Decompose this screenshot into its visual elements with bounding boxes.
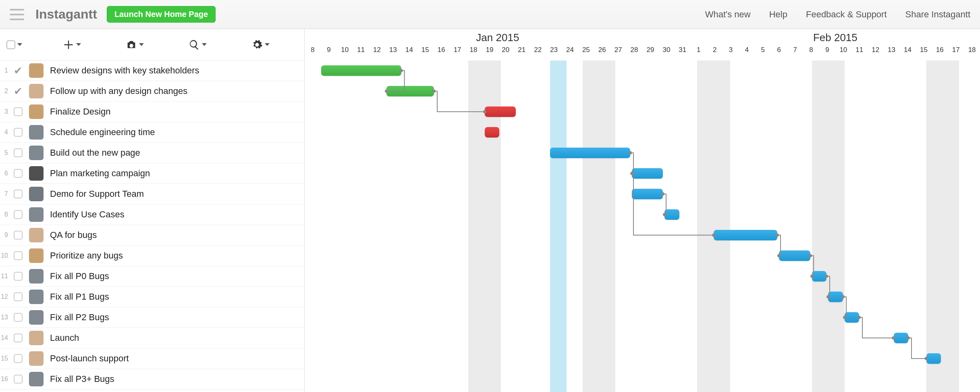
- nav-feedback[interactable]: Feedback & Support: [806, 9, 887, 20]
- assignee-avatar[interactable]: [29, 166, 44, 181]
- task-check[interactable]: ✔: [10, 65, 27, 77]
- task-row[interactable]: 8Identify Use Cases: [0, 204, 304, 225]
- task-row[interactable]: 12Fix all P1 Bugs: [0, 287, 304, 307]
- assignee-avatar[interactable]: [29, 310, 44, 325]
- day-label: 22: [530, 46, 546, 60]
- gantt-bar[interactable]: [485, 106, 516, 117]
- task-check[interactable]: [10, 107, 27, 116]
- task-row[interactable]: 3Finalize Design: [0, 102, 304, 122]
- assignee-avatar[interactable]: [29, 187, 44, 201]
- task-check[interactable]: [10, 354, 27, 363]
- zoom-button[interactable]: [189, 39, 207, 50]
- task-name: Plan marketing campaign: [46, 168, 150, 179]
- day-label: 21: [514, 46, 530, 60]
- task-check[interactable]: [10, 272, 27, 281]
- assignee-avatar[interactable]: [29, 372, 44, 386]
- gantt-bar[interactable]: [321, 65, 401, 76]
- task-name: Review designs with key stakeholders: [46, 65, 199, 76]
- task-check[interactable]: [10, 148, 27, 157]
- task-row[interactable]: 6Plan marketing campaign: [0, 163, 304, 184]
- assignee-avatar[interactable]: [29, 104, 44, 119]
- assignee-avatar[interactable]: [29, 207, 44, 222]
- gantt-bar[interactable]: [828, 292, 843, 302]
- gantt-bar[interactable]: [485, 127, 500, 138]
- hamburger-icon[interactable]: [10, 9, 24, 20]
- assignee-avatar[interactable]: [29, 269, 44, 284]
- nav-share[interactable]: Share Instagantt: [905, 9, 970, 20]
- task-check[interactable]: [10, 334, 27, 342]
- snapshot-button[interactable]: [126, 39, 144, 50]
- assignee-avatar[interactable]: [29, 125, 44, 140]
- select-all[interactable]: [0, 40, 28, 49]
- gantt-bar[interactable]: [632, 168, 663, 179]
- task-row[interactable]: 15Post-launch support: [0, 348, 304, 369]
- day-label: 10: [835, 46, 851, 60]
- assignee-avatar[interactable]: [29, 248, 44, 263]
- add-button[interactable]: [63, 39, 81, 50]
- gantt-bar[interactable]: [779, 250, 810, 261]
- day-label: 12: [369, 46, 385, 60]
- task-row[interactable]: 16Fix all P3+ Bugs: [0, 369, 304, 390]
- gantt-bar[interactable]: [926, 353, 941, 364]
- task-name: Demo for Support Team: [46, 189, 144, 199]
- nav-whats-new[interactable]: What's new: [705, 9, 751, 20]
- day-label: 16: [932, 46, 948, 60]
- task-row[interactable]: 5Build out the new page: [0, 143, 304, 163]
- task-name: Post-launch support: [46, 353, 129, 364]
- task-row[interactable]: 13Fix all P2 Bugs: [0, 307, 304, 328]
- gantt-bar[interactable]: [845, 312, 860, 323]
- assignee-avatar[interactable]: [29, 351, 44, 366]
- assignee-avatar[interactable]: [29, 331, 44, 345]
- task-row[interactable]: 11Fix all P0 Bugs: [0, 266, 304, 287]
- assignee-avatar[interactable]: [29, 63, 44, 78]
- day-label: 15: [916, 46, 932, 60]
- timeline-header: Jan 2015Feb 2015 89101112131415161718192…: [305, 29, 980, 60]
- dependency-arrow: [857, 315, 899, 340]
- task-name: Follow up with any design changes: [46, 86, 187, 96]
- day-label: 19: [482, 46, 498, 60]
- day-label: 3: [723, 46, 739, 60]
- task-row[interactable]: 7Demo for Support Team: [0, 184, 304, 204]
- task-row[interactable]: 4Schedule engineering time: [0, 122, 304, 143]
- day-label: 20: [498, 46, 514, 60]
- task-check[interactable]: ✔: [10, 85, 27, 98]
- day-label: 17: [948, 46, 964, 60]
- gantt-bar[interactable]: [812, 271, 827, 281]
- task-check[interactable]: [10, 231, 27, 240]
- task-check[interactable]: [10, 210, 27, 219]
- day-label: 9: [321, 46, 337, 60]
- assignee-avatar[interactable]: [29, 146, 44, 160]
- task-toolbar: [0, 29, 304, 60]
- task-check[interactable]: [10, 169, 27, 178]
- task-check[interactable]: [10, 292, 27, 301]
- day-label: 11: [851, 46, 868, 60]
- task-row[interactable]: 10Prioritize any bugs: [0, 246, 304, 266]
- task-row[interactable]: 9QA for bugs: [0, 225, 304, 246]
- task-check[interactable]: [10, 128, 27, 137]
- task-check[interactable]: [10, 251, 27, 260]
- gantt-bar[interactable]: [550, 148, 630, 158]
- day-label: 15: [417, 46, 433, 60]
- nav-help[interactable]: Help: [769, 9, 787, 20]
- task-row[interactable]: 2✔Follow up with any design changes: [0, 81, 304, 102]
- gantt-bar[interactable]: [386, 86, 434, 96]
- day-label: 8: [305, 46, 321, 60]
- gantt-bar[interactable]: [894, 333, 909, 343]
- gear-icon: [251, 39, 263, 50]
- assignee-avatar[interactable]: [29, 84, 44, 98]
- task-check[interactable]: [10, 190, 27, 198]
- task-row[interactable]: 1✔Review designs with key stakeholders: [0, 60, 304, 81]
- gantt-bar[interactable]: [664, 209, 679, 220]
- task-check[interactable]: [10, 375, 27, 384]
- task-row[interactable]: 14Launch: [0, 328, 304, 348]
- task-check[interactable]: [10, 313, 27, 322]
- assignee-avatar[interactable]: [29, 228, 44, 242]
- settings-button[interactable]: [251, 39, 270, 50]
- assignee-avatar[interactable]: [29, 290, 44, 304]
- project-tag[interactable]: Launch New Home Page: [107, 6, 216, 23]
- day-label: 14: [401, 46, 417, 60]
- day-label: 16: [433, 46, 449, 60]
- gantt-bar[interactable]: [714, 230, 777, 240]
- timeline-grid[interactable]: [305, 60, 980, 392]
- gantt-bar[interactable]: [632, 189, 663, 199]
